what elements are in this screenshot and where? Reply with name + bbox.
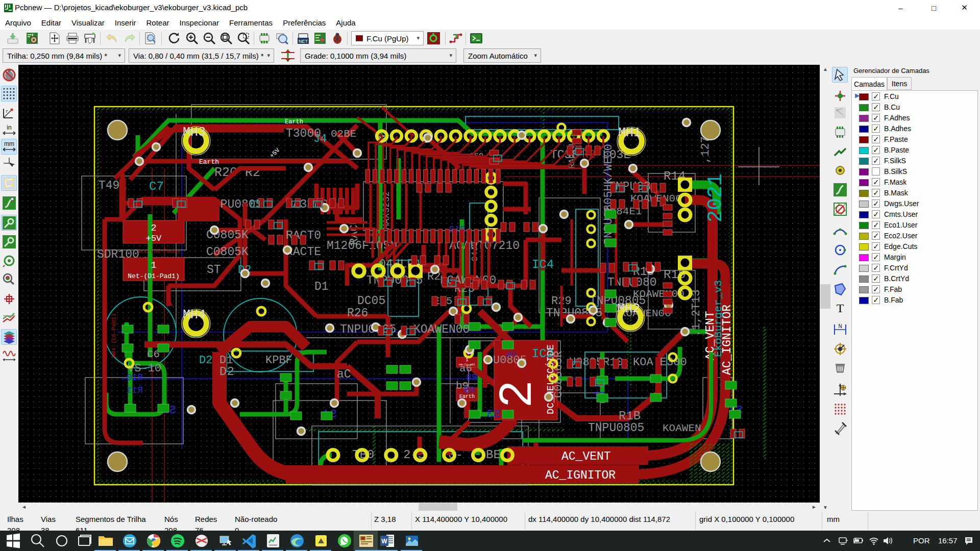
svg-text:NET: NET — [299, 39, 308, 44]
svg-text:1: 1 — [465, 358, 468, 363]
svg-text:MH4: MH4 — [183, 308, 206, 322]
svg-text:R8: R8 — [466, 372, 477, 383]
svg-text:D1: D1 — [219, 354, 233, 367]
svg-text:DC05: DC05 — [357, 294, 385, 308]
svg-text:+5V: +5V — [146, 234, 162, 243]
svg-text:mm: mm — [4, 140, 14, 147]
svg-text:S3: S3 — [487, 408, 500, 421]
svg-text:P5: P5 — [506, 350, 516, 360]
svg-text:in: in — [7, 124, 11, 131]
svg-text:R26: R26 — [347, 307, 368, 320]
svg-text:MAX3232: MAX3232 — [381, 191, 391, 230]
svg-text:D1: D1 — [314, 280, 329, 293]
svg-text:Net-(D1-Pad1): Net-(D1-Pad1) — [128, 272, 179, 280]
svg-text:R11: R11 — [127, 385, 143, 395]
svg-text:IC4: IC4 — [532, 258, 554, 271]
svg-text:SDR100: SDR100 — [97, 248, 139, 261]
svg-text:TNPU0805: TNPU0805 — [588, 421, 644, 435]
svg-text:2: 2 — [151, 222, 156, 234]
svg-text:N: N — [838, 323, 842, 329]
svg-text:ST: ST — [207, 263, 221, 277]
svg-text:MH3: MH3 — [183, 125, 206, 140]
svg-text:02BE: 02BE — [331, 128, 356, 140]
svg-text:IC2: IC2 — [532, 347, 554, 361]
svg-text:D2: D2 — [199, 354, 212, 367]
svg-text:EkoBurger_v3: EkoBurger_v3 — [713, 280, 724, 357]
svg-text:BE: BE — [486, 448, 501, 462]
svg-text:r: r — [6, 109, 8, 114]
svg-text:C7: C7 — [149, 180, 164, 193]
svg-text:C0805K: C0805K — [206, 245, 249, 259]
svg-text:KOAWEN00: KOAWEN00 — [413, 323, 470, 336]
svg-text:.1,2T13: .1,2T13 — [690, 290, 703, 337]
svg-text:KOAWEN00: KOAWEN00 — [633, 288, 684, 300]
svg-text:KOAWEN: KOAWEN — [663, 422, 701, 434]
svg-text:MH2: MH2 — [617, 302, 640, 316]
svg-text:R1B: R1B — [619, 409, 641, 423]
svg-text:2021: 2021 — [704, 173, 727, 222]
svg-text:W: W — [381, 538, 387, 545]
svg-text:Earth: Earth — [199, 158, 219, 166]
svg-text:AC_IGNITOR: AC_IGNITOR — [545, 469, 616, 482]
svg-text:aC: aC — [337, 368, 351, 381]
svg-text:D2: D2 — [219, 365, 234, 379]
svg-text:Earth: Earth — [285, 118, 303, 126]
svg-text:Net-(C6-Pad1): Net-(C6-Pad1) — [137, 248, 181, 254]
svg-text:2: 2 — [492, 380, 545, 408]
svg-text:KOA E300: KOA E300 — [633, 356, 687, 369]
svg-text:Net-(C6-Pad1): Net-(C6-Pad1) — [111, 313, 117, 357]
svg-text:AC_VENT: AC_VENT — [561, 450, 611, 463]
svg-text:1: 1 — [151, 260, 156, 271]
svg-text:R9: R9 — [463, 385, 475, 395]
svg-text:T: T — [837, 302, 844, 315]
svg-text:R10: R10 — [127, 372, 143, 383]
svg-text:J4: J4 — [313, 133, 327, 145]
svg-text:MH1: MH1 — [618, 126, 641, 140]
svg-text:KPBF: KPBF — [265, 354, 292, 367]
